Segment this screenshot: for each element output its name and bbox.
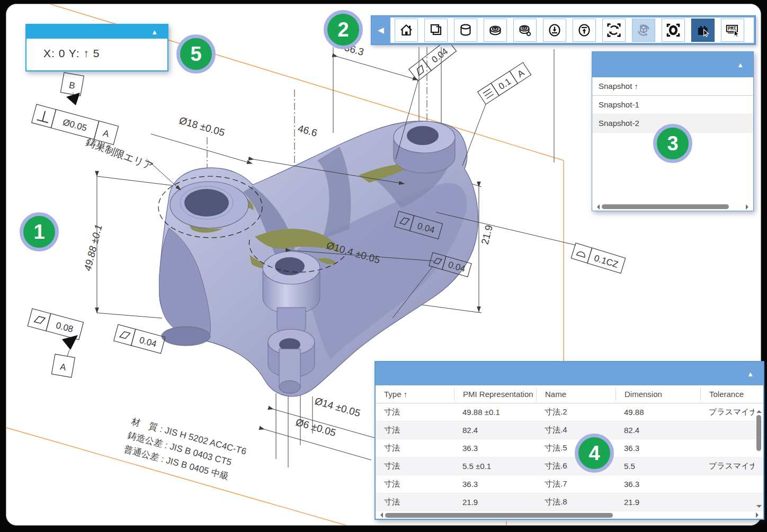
column-label: Dimension: [625, 390, 662, 399]
datum-a-box[interactable]: A: [51, 354, 75, 377]
leader-note-porosity[interactable]: 鋳巣制限エリア: [84, 136, 155, 172]
snapshot-column-label: Snapshot: [599, 82, 632, 91]
fcf-profile-01[interactable]: 0.1 A: [478, 62, 531, 104]
coordinate-panel-header[interactable]: ▲: [26, 25, 167, 39]
table-row[interactable]: 寸法 21.9 寸法.8 21.9: [376, 493, 763, 511]
cell-type: 寸法: [376, 461, 454, 471]
cylinder-model-button[interactable]: [454, 19, 477, 42]
column-header-name[interactable]: Name: [536, 388, 616, 401]
pmi-table-vertical-scrollbar[interactable]: [755, 408, 763, 510]
fcf-flatness-008[interactable]: 0.08: [28, 309, 83, 340]
zoom-extents-button[interactable]: [662, 19, 685, 42]
dim-14[interactable]: Ø14 ±0.05: [314, 395, 362, 419]
dim-21-9[interactable]: 21.9: [479, 224, 495, 246]
bottom-stud-end: [279, 381, 300, 393]
cell-name: 寸法.2: [536, 407, 616, 417]
export-up-icon: [577, 23, 592, 38]
fcf-profile-01cz[interactable]: 0.1CZ: [571, 243, 625, 273]
table-row[interactable]: 寸法 5.5 ±0.1 寸法.6 5.5 プラスマイナス: [376, 457, 763, 475]
snapshot-column-header[interactable]: Snapshot ↑: [592, 77, 753, 96]
cell-tolerance: プラスマイナス: [700, 407, 754, 417]
cell-type: 寸法: [376, 425, 454, 435]
main-toolbar: ◀: [371, 15, 756, 45]
rotate-3d-button[interactable]: [632, 19, 655, 42]
cell-type: 寸法: [376, 407, 454, 417]
select-structure-icon: [695, 22, 711, 38]
home-button[interactable]: [395, 19, 418, 42]
column-label: Tolerance: [709, 390, 744, 399]
refresh-rotate-button[interactable]: [602, 19, 626, 42]
profile-surface-symbol-icon: [577, 251, 586, 257]
column-header-tolerance[interactable]: Tolerance: [700, 388, 763, 401]
scrollbar-thumb[interactable]: [602, 204, 729, 209]
table-row[interactable]: 寸法 36.3 寸法.5 36.3: [376, 439, 763, 457]
scroll-down-icon[interactable]: [756, 505, 762, 510]
column-label: PMI Representation: [463, 390, 533, 399]
dim-18[interactable]: Ø18 ±0.05: [178, 115, 226, 139]
toolbar-tray: PMI: [390, 17, 754, 43]
cell-tolerance: プラスマイナス: [700, 461, 754, 471]
fcf-01-value: 0.1: [497, 76, 513, 92]
pmi-select-icon: PMI: [725, 22, 741, 38]
scroll-left-icon[interactable]: [594, 204, 600, 210]
collapse-up-icon[interactable]: ▲: [151, 29, 158, 35]
datum-a-label: A: [59, 362, 67, 373]
cell-name: 寸法.4: [536, 425, 616, 435]
table-row[interactable]: 寸法 82.4 寸法.4 82.4: [376, 421, 763, 439]
left-boss-hole: [184, 189, 229, 217]
table-row[interactable]: 寸法 49.88 ±0.1 寸法.2 49.88 プラスマイナス: [376, 403, 763, 421]
pmi-select-button[interactable]: PMI: [721, 19, 744, 42]
cell-pmi-representation: 36.3: [454, 444, 536, 453]
fcf-flatness-004-top[interactable]: 0.04: [409, 39, 457, 81]
cell-pmi-representation: 36.3: [454, 480, 536, 489]
collapse-up-icon[interactable]: ▲: [747, 371, 754, 377]
scroll-up-icon[interactable]: [756, 408, 762, 413]
sort-asc-icon: ↑: [635, 82, 639, 91]
toolbar-collapse-button[interactable]: ◀: [371, 16, 390, 44]
scroll-right-icon[interactable]: [756, 512, 761, 518]
flatness-symbol-icon: [415, 65, 426, 75]
callout-5: 5: [176, 34, 216, 74]
snapshot-panel-header[interactable]: ▲: [592, 52, 753, 77]
column-header-dimension[interactable]: Dimension: [616, 388, 700, 401]
snapshot-horizontal-scrollbar[interactable]: [592, 203, 753, 211]
fcf-004-left-value: 0.04: [138, 335, 158, 349]
cell-pmi-representation: 82.4: [454, 426, 536, 435]
snapshot-list-item[interactable]: Snapshot-1: [592, 96, 753, 114]
dim-49-88[interactable]: 49.88 ±0.1: [82, 223, 104, 272]
part-left-foot: [162, 327, 210, 346]
cell-dimension: 5.5: [616, 462, 700, 471]
select-structure-button[interactable]: [691, 19, 715, 42]
pmi-table-horizontal-scrollbar[interactable]: [376, 511, 763, 519]
home-icon: [399, 23, 414, 38]
export-up-button[interactable]: [573, 19, 596, 42]
scrollbar-thumb[interactable]: [385, 513, 613, 518]
snapshot-name: Snapshot-1: [599, 100, 639, 109]
collapse-up-icon[interactable]: ▲: [737, 61, 744, 68]
views-pages-button[interactable]: [424, 19, 448, 42]
cursor-arrow-icon: [734, 30, 739, 37]
datum-b-box[interactable]: B: [60, 73, 84, 96]
scroll-right-icon[interactable]: [746, 204, 751, 210]
callout-4: 4: [575, 434, 614, 473]
table-row[interactable]: 寸法 36.3 寸法.7 36.3: [376, 475, 763, 493]
fcf-01cz-value: 0.1CZ: [593, 253, 619, 270]
disc-stack-settings-button[interactable]: [513, 19, 537, 42]
dim-6[interactable]: Ø6 ±0.05: [295, 417, 337, 439]
part-model[interactable]: [158, 121, 478, 396]
dim-46-6[interactable]: 46.6: [297, 123, 318, 139]
import-down-button[interactable]: [543, 19, 566, 42]
fcf-flatness-004-left[interactable]: 0.04: [114, 324, 165, 354]
cell-pmi-representation: 49.88 ±0.1: [454, 408, 536, 417]
column-header-pmi-representation[interactable]: PMI Representation: [454, 388, 536, 401]
fcf-perpendicularity[interactable]: Ø0.05 A: [32, 104, 119, 145]
cell-type: 寸法: [376, 497, 454, 507]
column-header-type[interactable]: Type ↑: [376, 388, 454, 401]
fcf-01-datum: A: [515, 68, 526, 79]
rotate-3d-icon: [636, 22, 652, 38]
disc-stack-button[interactable]: [484, 19, 507, 42]
pmi-table-header-bar[interactable]: ▲: [376, 362, 763, 385]
scrollbar-thumb[interactable]: [756, 415, 761, 451]
scroll-left-icon[interactable]: [378, 512, 383, 518]
coordinate-panel: ▲ X: 0 Y: ↑ 5: [25, 24, 168, 71]
